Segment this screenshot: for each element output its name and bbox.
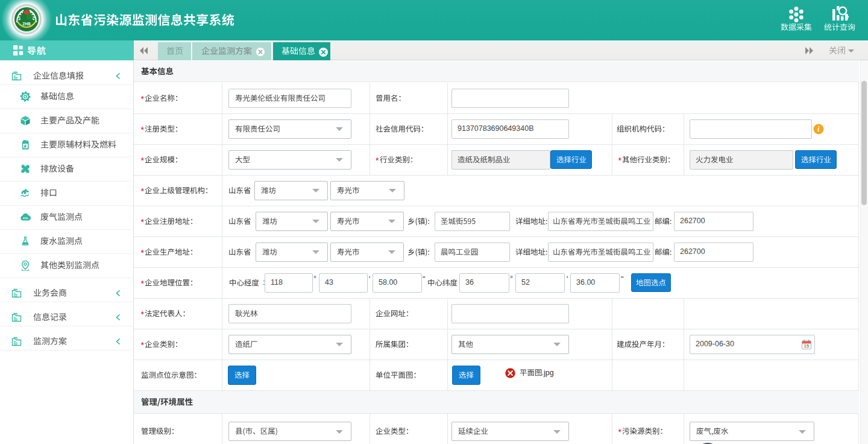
svg-text:15: 15 <box>804 343 809 349</box>
svg-text:co: co <box>23 216 27 220</box>
svg-text:ZHB: ZHB <box>22 22 31 26</box>
